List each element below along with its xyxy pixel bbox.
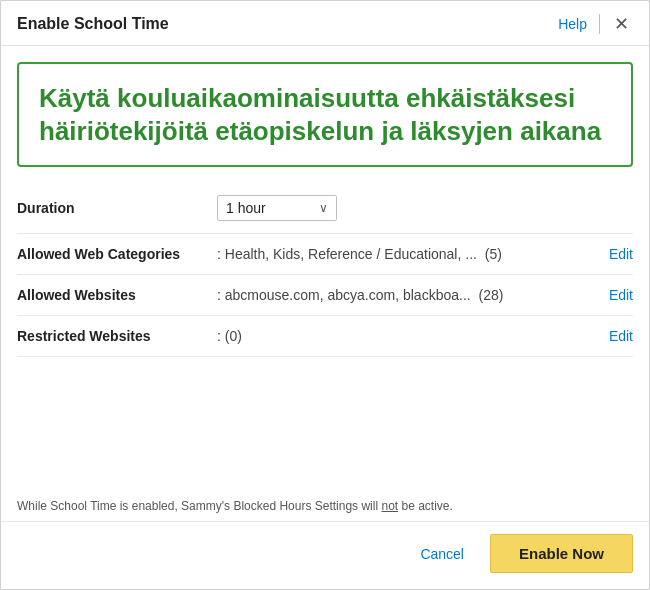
hero-text: Käytä kouluaikaominaisuutta ehkäistäkses… — [39, 82, 611, 147]
form-section: Duration 1 hour ∨ Allowed Web Categories… — [1, 175, 649, 487]
dialog-footer: Cancel Enable Now — [1, 521, 649, 589]
allowed-categories-edit[interactable]: Edit — [609, 246, 633, 262]
enable-now-button[interactable]: Enable Now — [490, 534, 633, 573]
duration-row: Duration 1 hour ∨ — [17, 183, 633, 234]
allowed-categories-value: : Health, Kids, Reference / Educational,… — [217, 246, 601, 262]
header-actions: Help ✕ — [558, 13, 633, 35]
help-link[interactable]: Help — [558, 16, 599, 32]
allowed-categories-label: Allowed Web Categories — [17, 246, 217, 262]
allowed-websites-value: : abcmouse.com, abcya.com, blackboa... (… — [217, 287, 601, 303]
chevron-down-icon: ∨ — [319, 201, 328, 215]
notice-text: While School Time is enabled, Sammy's Bl… — [1, 487, 649, 521]
dialog-title: Enable School Time — [17, 15, 169, 33]
vertical-divider — [599, 14, 600, 34]
cancel-button[interactable]: Cancel — [404, 538, 480, 570]
restricted-websites-edit[interactable]: Edit — [609, 328, 633, 344]
duration-value: 1 hour — [226, 200, 313, 216]
restricted-websites-value: : (0) — [217, 328, 601, 344]
duration-label: Duration — [17, 200, 217, 216]
restricted-websites-label: Restricted Websites — [17, 328, 217, 344]
allowed-websites-label: Allowed Websites — [17, 287, 217, 303]
close-button[interactable]: ✕ — [610, 13, 633, 35]
allowed-websites-edit[interactable]: Edit — [609, 287, 633, 303]
allowed-categories-row: Allowed Web Categories : Health, Kids, R… — [17, 234, 633, 275]
allowed-websites-row: Allowed Websites : abcmouse.com, abcya.c… — [17, 275, 633, 316]
hero-banner: Käytä kouluaikaominaisuutta ehkäistäkses… — [17, 62, 633, 167]
dialog-header: Enable School Time Help ✕ — [1, 1, 649, 46]
restricted-websites-row: Restricted Websites : (0) Edit — [17, 316, 633, 357]
duration-dropdown[interactable]: 1 hour ∨ — [217, 195, 337, 221]
enable-school-time-dialog: Enable School Time Help ✕ Käytä kouluaik… — [0, 0, 650, 590]
